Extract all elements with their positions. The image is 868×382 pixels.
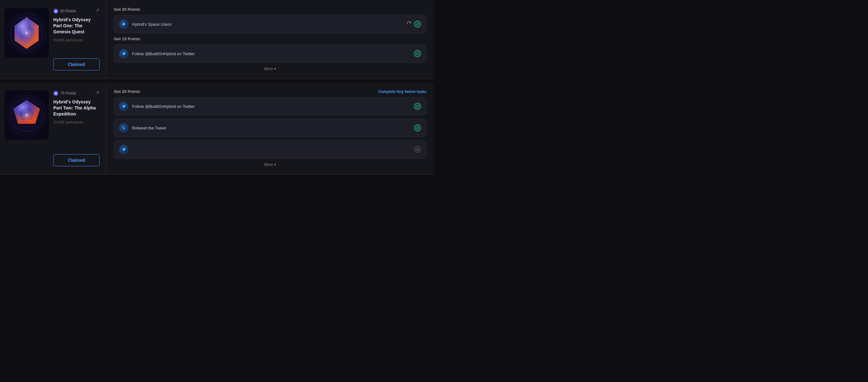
task-follow-twitter-1-label: Follow @BuildOnHybrid on Twitter [132, 52, 410, 56]
space-users-icon [119, 20, 128, 29]
genesis-section-20: Get 20 Points [114, 7, 426, 12]
quest-alpha-right: Get 20 Points Complete Any below tasks F… [106, 82, 434, 174]
quest-genesis-section: 60 Points Hybrid's Odyssey Part One: The… [0, 0, 434, 79]
task-retweet-check [414, 124, 421, 131]
task-partial-minus [414, 146, 421, 153]
task-follow-twitter-2-check [414, 103, 421, 110]
section-divider [0, 79, 434, 82]
task-follow-twitter-1[interactable]: Follow @BuildOnHybrid on Twitter [114, 44, 426, 63]
retweet-icon [119, 123, 128, 132]
follow-twitter-1-icon [119, 49, 128, 58]
task-follow-twitter-2[interactable]: Follow @BuildOnHybrid on Twitter [114, 97, 426, 116]
quest-genesis-title: Hybrid's Odyssey Part One: The Genesis Q… [53, 17, 100, 35]
any-highlight: Any [397, 90, 404, 94]
refresh-icon[interactable] [406, 21, 411, 27]
task-partial[interactable] [114, 140, 426, 159]
task-retweet[interactable]: Retweet the Tweet [114, 119, 426, 137]
quest-genesis-image [4, 8, 49, 57]
svg-marker-20 [54, 91, 58, 95]
quest-alpha-left: 75 Points Hybrid's Odyssey Part Two: The… [0, 82, 106, 174]
points-star-icon [53, 8, 58, 13]
follow-twitter-2-icon [119, 102, 128, 111]
task-space-users-check [414, 21, 421, 28]
alpha-more-arrow-down-icon: ▾ [274, 162, 276, 167]
quest-alpha-points-row: 75 Points [53, 90, 100, 96]
quest-alpha-section: 75 Points Hybrid's Odyssey Part Two: The… [0, 82, 434, 175]
quest-genesis-right: Get 20 Points Hybrid's Space Users [106, 0, 434, 79]
quest-genesis-participants: 76.56K participants [53, 38, 100, 42]
alpha-section-20: Get 20 Points Complete Any below tasks [114, 89, 426, 94]
task-space-users-label: Hybrid's Space Users [132, 22, 403, 27]
genesis-more-row[interactable]: More ▾ [114, 66, 426, 72]
quest-genesis-points: 60 Points [53, 8, 76, 13]
task-space-users[interactable]: Hybrid's Space Users [114, 15, 426, 33]
quest-alpha-info: 75 Points Hybrid's Odyssey Part Two: The… [53, 90, 100, 166]
partial-task-icon [119, 145, 128, 154]
quest-genesis-points-row: 60 Points [53, 8, 100, 13]
task-follow-twitter-2-label: Follow @BuildOnHybrid on Twitter [132, 104, 410, 109]
alpha-more-row[interactable]: More ▾ [114, 162, 426, 167]
external-link-icon-genesis[interactable] [95, 8, 100, 13]
task-retweet-label: Retweet the Tweet [132, 126, 410, 130]
svg-point-6 [25, 31, 29, 35]
quest-alpha-claimed-button[interactable]: Claimed [53, 154, 100, 166]
svg-marker-9 [54, 9, 58, 13]
quest-genesis-info: 60 Points Hybrid's Odyssey Part One: The… [53, 8, 100, 70]
quest-genesis-claimed-button[interactable]: Claimed [53, 58, 100, 70]
genesis-section-15: Get 15 Points [114, 36, 426, 41]
quest-alpha-points: 75 Points [53, 91, 76, 96]
page: 60 Points Hybrid's Odyssey Part One: The… [0, 0, 434, 175]
points-star-icon-2 [53, 91, 58, 96]
quest-alpha-participants: 15.83K participants [53, 120, 100, 124]
more-arrow-down-icon: ▾ [274, 67, 276, 71]
svg-point-12 [123, 24, 124, 25]
svg-point-19 [25, 113, 29, 117]
quest-alpha-image [4, 90, 49, 139]
quest-alpha-title: Hybrid's Odyssey Part Two: The Alpha Exp… [53, 99, 100, 117]
task-follow-twitter-1-check [414, 50, 421, 57]
complete-any-label: Complete Any below tasks [378, 90, 426, 94]
external-link-icon-alpha[interactable] [95, 90, 100, 96]
task-space-users-actions [406, 21, 421, 28]
quest-genesis-left: 60 Points Hybrid's Odyssey Part One: The… [0, 0, 106, 79]
